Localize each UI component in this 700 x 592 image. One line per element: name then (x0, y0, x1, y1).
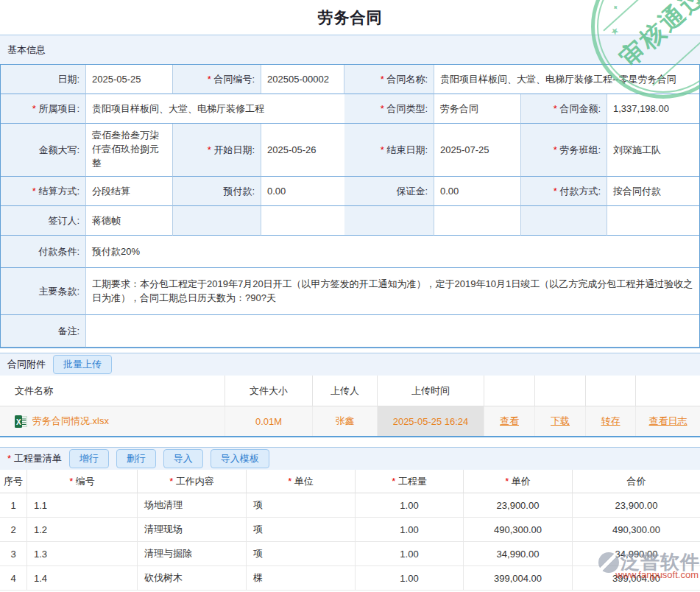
row-seq: 2 (0, 518, 27, 542)
basic-info-section-header: 基本信息 (0, 35, 700, 64)
add-row-button[interactable]: 增行 (69, 449, 109, 468)
field-value-contract-type: 劳务合同 (434, 94, 521, 124)
transfer-file-link[interactable]: 转存 (601, 415, 621, 428)
file-upload-time: 2025-05-25 16:24 (378, 406, 484, 436)
delete-row-button[interactable]: 删行 (116, 449, 156, 468)
download-file-link[interactable]: 下载 (551, 415, 570, 428)
col-action (535, 376, 586, 406)
row-code: 1.1 (27, 493, 138, 518)
attachments-table-header: 文件名称 文件大小 上传人 上传时间 (0, 376, 700, 406)
row-seq: 1 (0, 493, 27, 518)
boq-table-header: 序号 编号 工作内容 单位 工程量 单价 合价 (0, 470, 700, 493)
row-qty: 1.00 (356, 518, 464, 542)
field-label-signer: 签订人: (1, 206, 86, 236)
col-seq: 序号 (0, 470, 27, 493)
boq-table-row: 2 1.2 清理现场 项 1.00 490,300.00 490,300.00 (0, 518, 700, 542)
col-file-name: 文件名称 (0, 376, 225, 406)
empty-cell (607, 206, 699, 236)
import-button[interactable]: 导入 (163, 449, 203, 468)
field-value-prepay: 0.00 (261, 177, 344, 206)
basic-info-table: 日期: 2025-05-25 合同编号: 202505-00002 合同名称: … (0, 64, 700, 348)
col-work-content: 工作内容 (138, 470, 247, 493)
file-size: 0.01M (225, 406, 313, 436)
import-template-button[interactable]: 导入模板 (211, 449, 269, 468)
row-unit: 项 (247, 542, 356, 566)
col-total-price: 合价 (573, 470, 700, 493)
field-label-main-clause: 主要条款: (1, 268, 86, 315)
field-value-end-date: 2025-07-25 (434, 124, 521, 177)
row-qty: 1.00 (356, 566, 464, 591)
col-uploader: 上传人 (313, 376, 378, 406)
row-qty: 1.00 (356, 542, 464, 566)
field-value-remark (86, 315, 699, 348)
col-unit-price: 单价 (464, 470, 573, 493)
row-unit: 棵 (247, 566, 356, 591)
row-price: 23,900.00 (464, 493, 573, 518)
field-label-start-date: 开始日期: (173, 124, 261, 177)
row-unit: 项 (247, 493, 356, 518)
field-label-deposit: 保证金: (344, 177, 434, 206)
boq-section-header: 工程量清单 增行 删行 导入 导入模板 (0, 447, 700, 470)
boq-table-row: 3 1.3 清理与掘除 项 1.00 34,990.00 34,990.00 (0, 542, 700, 566)
col-action (636, 376, 700, 406)
row-price: 34,990.00 (464, 542, 573, 566)
attachments-table: 文件名称 文件大小 上传人 上传时间 X 劳务合同情况.xlsx 0.01M 张… (0, 376, 700, 437)
field-label-pay-terms: 付款条件: (1, 236, 86, 268)
field-label-project: 所属项目: (1, 94, 86, 124)
attachment-row: X 劳务合同情况.xlsx 0.01M 张鑫 2025-05-25 16:24 … (0, 406, 700, 437)
row-total: 490,300.00 (573, 518, 700, 542)
row-qty: 1.00 (356, 493, 464, 518)
row-code: 1.3 (27, 542, 138, 566)
attachments-section-header: 合同附件 批量上传 (0, 353, 700, 376)
field-value-contract-name: 贵阳项目样板间、大堂、电梯厅装修工程--零星劳务合同 (434, 65, 699, 94)
field-label-contract-type: 合同类型: (344, 94, 434, 124)
field-label-labor-team: 劳务班组: (521, 124, 607, 177)
field-value-main-clause: 工期要求：本分包工程定于2019年7月20日开工（以甲方签发的开工通知为准），定… (86, 268, 699, 315)
file-name-link[interactable]: 劳务合同情况.xlsx (32, 415, 109, 428)
boq-table-row: 4 1.4 砍伐树木 棵 1.00 399,004.00 399,004.00 (0, 566, 700, 591)
boq-section: 工程量清单 增行 删行 导入 导入模板 序号 编号 工作内容 单位 工程量 单价… (0, 447, 700, 591)
row-content: 清理现场 (138, 518, 247, 542)
col-file-size: 文件大小 (225, 376, 313, 406)
field-value-amount-caps: 壹佰叁拾叁万柒仟壹佰玖拾捌元整 (86, 124, 173, 177)
svg-text:X: X (16, 417, 21, 426)
field-value-amount: 1,337,198.00 (607, 94, 699, 124)
view-file-link[interactable]: 查看 (500, 415, 519, 428)
field-value-date: 2025-05-25 (86, 65, 173, 94)
row-content: 清理与掘除 (138, 542, 247, 566)
row-seq: 3 (0, 542, 27, 566)
col-action (586, 376, 636, 406)
field-value-deposit: 0.00 (434, 177, 521, 206)
field-label-contract-name: 合同名称: (344, 65, 434, 94)
empty-cell (344, 206, 434, 236)
row-total: 34,990.00 (573, 542, 700, 566)
field-value-labor-team: 刘琛施工队 (607, 124, 699, 177)
row-content: 场地清理 (138, 493, 247, 518)
row-price: 399,004.00 (464, 566, 573, 591)
field-label-prepay: 预付款: (173, 177, 261, 206)
boq-section-title: 工程量清单 (7, 452, 62, 465)
field-label-amount-caps: 金额大写: (1, 124, 86, 177)
view-log-link[interactable]: 查看日志 (649, 415, 687, 428)
field-value-project: 贵阳项目样板间、大堂、电梯厅装修工程 (86, 94, 344, 124)
col-code: 编号 (27, 470, 138, 493)
attachments-section-title: 合同附件 (7, 358, 46, 371)
col-action (484, 376, 535, 406)
row-unit: 项 (247, 518, 356, 542)
field-label-settle-method: 结算方式: (1, 177, 86, 206)
basic-info-section-title: 基本信息 (7, 43, 46, 57)
field-label-date: 日期: (1, 65, 86, 94)
field-value-pay-method: 按合同付款 (607, 177, 699, 206)
field-label-amount: 合同金额: (521, 94, 607, 124)
row-content: 砍伐树木 (138, 566, 247, 591)
row-total: 23,900.00 (573, 493, 700, 518)
empty-cell (521, 206, 607, 236)
col-unit: 单位 (247, 470, 356, 493)
empty-cell (261, 206, 344, 236)
empty-cell (434, 206, 521, 236)
row-price: 490,300.00 (464, 518, 573, 542)
field-label-remark: 备注: (1, 315, 86, 348)
empty-cell (173, 206, 261, 236)
batch-upload-button[interactable]: 批量上传 (53, 355, 112, 374)
col-quantity: 工程量 (356, 470, 464, 493)
